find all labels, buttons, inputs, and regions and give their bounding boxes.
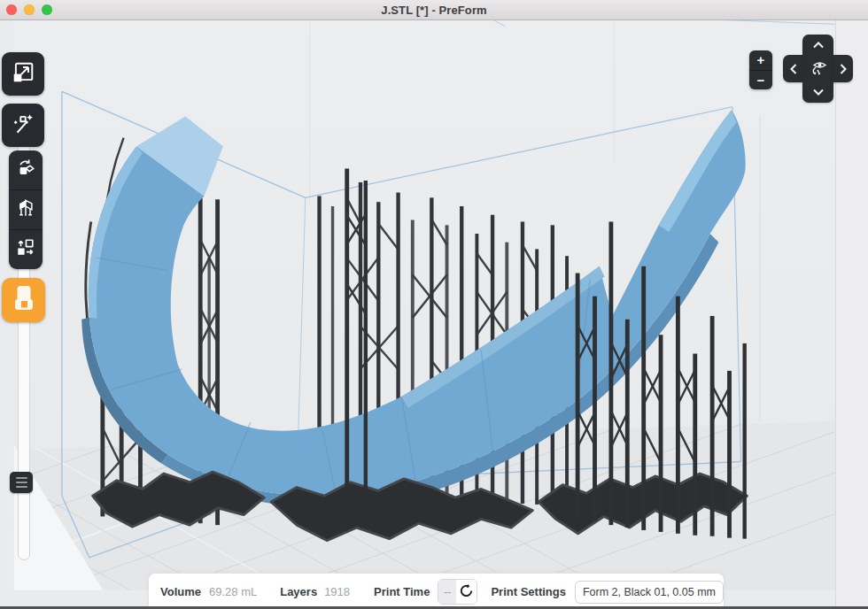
- layers-label: Layers: [280, 585, 317, 598]
- pan-up-button[interactable]: [802, 35, 833, 56]
- print-time-label: Print Time: [374, 585, 430, 598]
- supports-tool-button[interactable]: [9, 189, 43, 229]
- print-settings-label: Print Settings: [491, 585, 566, 598]
- tool-group: [9, 150, 43, 269]
- resize-icon: [12, 61, 35, 88]
- pan-left-button[interactable]: [783, 55, 803, 82]
- grip-lines-icon: [16, 477, 27, 479]
- layout-tool-button[interactable]: [9, 229, 43, 269]
- print-settings-selector[interactable]: Form 2, Black 01, 0.05 mm: [575, 581, 724, 604]
- refresh-print-time-button[interactable]: [456, 580, 477, 604]
- size-tool-button[interactable]: [2, 52, 44, 96]
- one-click-print-tool-button[interactable]: [2, 104, 44, 147]
- print-time-value: --: [438, 580, 456, 604]
- viewport: + −: [0, 19, 868, 609]
- refresh-icon: [459, 583, 474, 601]
- window-title: J.STL [*] - PreForm: [0, 4, 868, 17]
- volume-value: 69.28 mL: [209, 585, 257, 598]
- pan-right-button[interactable]: [833, 55, 853, 82]
- supports-icon: [16, 198, 35, 221]
- orientation-tool-button[interactable]: [9, 150, 43, 189]
- rotate-cube-icon: [16, 158, 35, 181]
- view-dpad: [783, 35, 853, 103]
- titlebar: J.STL [*] - PreForm: [0, 0, 868, 20]
- print-button[interactable]: [2, 278, 45, 322]
- viewport-3d[interactable]: [0, 19, 868, 609]
- print-time-control: --: [438, 579, 477, 605]
- volume-label: Volume: [160, 585, 201, 598]
- toolbar: [2, 52, 45, 322]
- zoom-in-button[interactable]: +: [749, 50, 772, 71]
- right-panel-strip: [835, 19, 868, 609]
- orbit-view-button[interactable]: [803, 55, 833, 82]
- printer-icon: [11, 283, 37, 317]
- pan-down-button[interactable]: [802, 81, 833, 103]
- layers-value: 1918: [324, 585, 350, 598]
- status-bar: Volume 69.28 mL Layers 1918 Print Time -…: [148, 573, 725, 609]
- zoom-out-button[interactable]: −: [749, 71, 772, 90]
- zoom-control: + −: [749, 50, 772, 89]
- layer-slider-handle[interactable]: [10, 472, 33, 493]
- orbit-eye-icon: [808, 58, 829, 80]
- magic-wand-icon: [12, 112, 35, 139]
- layout-icon: [16, 238, 35, 261]
